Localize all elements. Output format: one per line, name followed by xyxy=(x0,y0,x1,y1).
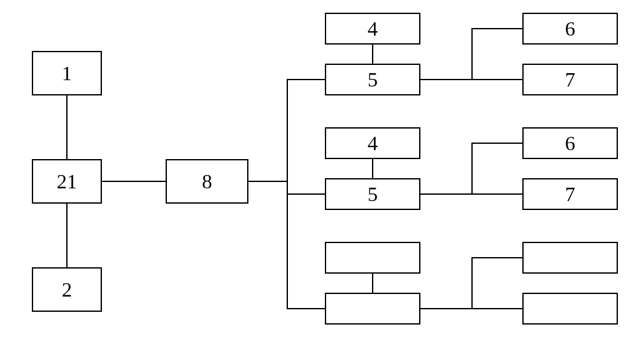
box-g2-4: 4 xyxy=(325,127,420,159)
line-8-to-bus xyxy=(248,181,287,182)
line-g3-j-vert xyxy=(471,257,473,309)
line-g1-j-to-6 xyxy=(471,28,522,29)
line-g3-j-to-6 xyxy=(471,257,522,258)
box-8: 8 xyxy=(166,159,248,204)
box-g1-5: 5 xyxy=(325,64,420,95)
box-2: 2 xyxy=(32,267,102,312)
line-g2-j-to-7 xyxy=(471,193,522,195)
box-1: 1 xyxy=(32,51,102,95)
line-g1-4-to-5 xyxy=(372,45,373,64)
line-bus-to-g2-5 xyxy=(287,193,325,195)
line-g1-j-to-7 xyxy=(471,79,522,80)
box-g3-7 xyxy=(522,293,618,325)
box-g3-5 xyxy=(325,293,420,325)
box-g2-5: 5 xyxy=(325,178,420,210)
line-bus-to-g3-5 xyxy=(287,308,325,309)
box-21: 21 xyxy=(32,159,102,204)
line-g3-5-to-j xyxy=(420,308,471,309)
line-g2-4-to-5 xyxy=(372,159,373,178)
box-g1-4: 4 xyxy=(325,13,420,45)
line-g1-j-vert xyxy=(471,28,473,80)
line-21-to-8 xyxy=(102,181,166,182)
box-g2-7: 7 xyxy=(522,178,618,210)
line-g3-4-to-5 xyxy=(372,274,373,293)
line-bus-to-g1-5 xyxy=(287,79,325,80)
box-g1-6: 6 xyxy=(522,13,618,45)
box-g1-7: 7 xyxy=(522,64,618,95)
line-g1-5-to-j xyxy=(420,79,471,80)
box-g2-6: 6 xyxy=(522,127,618,159)
box-g3-4 xyxy=(325,242,420,274)
line-g2-j-to-6 xyxy=(471,143,522,144)
line-g2-5-to-j xyxy=(420,193,471,195)
line-1-to-21 xyxy=(66,95,68,159)
box-g3-6 xyxy=(522,242,618,274)
line-g3-j-to-7 xyxy=(471,308,522,309)
line-21-to-2 xyxy=(66,204,68,267)
line-g2-j-vert xyxy=(471,143,473,195)
